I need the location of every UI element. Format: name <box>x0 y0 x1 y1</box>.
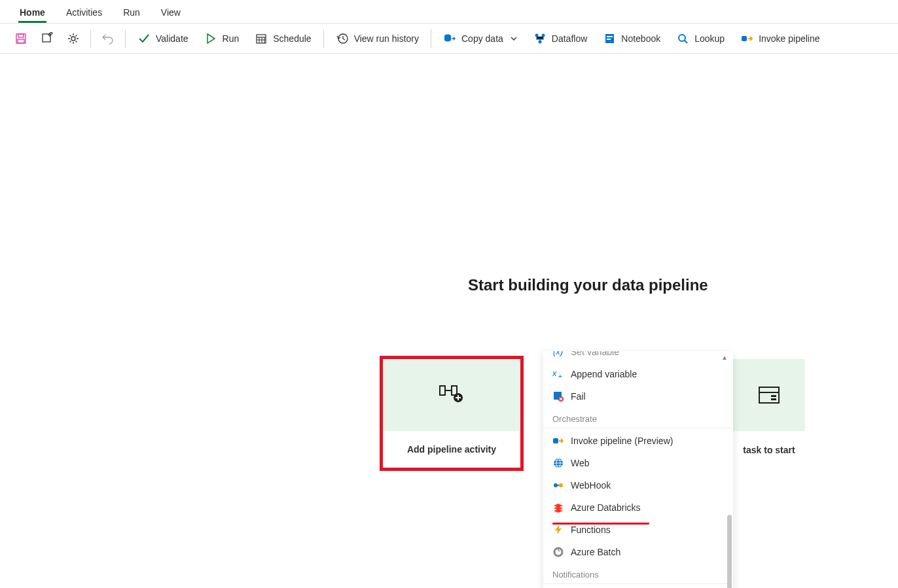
svg-rect-21 <box>742 36 747 41</box>
tab-activities[interactable]: Activities <box>56 2 113 23</box>
card-icon-area <box>383 359 520 431</box>
divider <box>90 29 91 48</box>
calendar-icon <box>255 32 268 45</box>
dropdown-item-azure-databricks[interactable]: Azure Databricks <box>543 496 733 519</box>
svg-point-19 <box>679 35 685 41</box>
task-start-card[interactable]: task to start <box>733 359 805 469</box>
invoke-pipeline-button[interactable]: Invoke pipeline <box>734 28 826 49</box>
search-icon <box>676 32 689 45</box>
task-start-label: task to start <box>733 431 805 469</box>
history-icon <box>336 32 349 45</box>
save-button[interactable] <box>9 28 33 49</box>
lookup-button[interactable]: Lookup <box>670 28 731 49</box>
svg-rect-17 <box>607 36 613 37</box>
invoke-icon <box>552 435 564 447</box>
item-label: Invoke pipeline (Preview) <box>571 436 673 446</box>
dataflow-button[interactable]: Dataflow <box>527 28 594 49</box>
divider <box>323 29 324 48</box>
dataflow-label: Dataflow <box>552 33 587 44</box>
tab-view[interactable]: View <box>151 2 191 23</box>
svg-point-15 <box>538 40 541 43</box>
template-icon <box>758 386 780 404</box>
gear-icon <box>67 32 80 45</box>
item-label: WebHook <box>571 480 611 491</box>
svg-text:(x): (x) <box>553 351 563 356</box>
svg-text:x: x <box>552 368 557 378</box>
svg-point-4 <box>71 37 75 41</box>
tab-run[interactable]: Run <box>113 2 151 23</box>
save-as-button[interactable] <box>35 28 59 49</box>
invoke-icon <box>740 32 753 45</box>
save-icon <box>14 32 27 45</box>
dataflow-icon <box>533 32 547 45</box>
svg-point-46 <box>559 483 563 487</box>
schedule-label: Schedule <box>273 33 311 44</box>
databricks-icon <box>552 502 564 513</box>
dropdown-item-webhook[interactable]: WebHook <box>543 474 733 496</box>
tabs-bar: Home Activities Run View <box>0 0 898 24</box>
toolbar: Validate Run Schedule View run history C… <box>0 24 898 54</box>
add-activity-icon <box>439 383 465 407</box>
svg-point-14 <box>541 33 545 37</box>
svg-rect-30 <box>771 395 776 397</box>
save-edit-icon <box>41 32 54 45</box>
dropdown-item-set-variable[interactable]: (x) Set variable <box>543 351 733 363</box>
schedule-button[interactable]: Schedule <box>248 28 317 49</box>
batch-icon <box>552 546 564 558</box>
svg-rect-2 <box>18 39 24 43</box>
dropdown-item-invoke-pipeline[interactable]: Invoke pipeline (Preview) <box>543 430 733 452</box>
validate-label: Validate <box>156 33 189 44</box>
variable-icon: (x) <box>552 351 564 358</box>
append-variable-icon: x+ <box>552 368 564 380</box>
divider <box>431 29 431 48</box>
card-icon-area <box>733 359 805 431</box>
webhook-icon <box>552 479 564 491</box>
item-label: Azure Batch <box>571 547 620 557</box>
dropdown-scroll-area[interactable]: (x) Set variable x+ Append variable Fail… <box>543 351 733 588</box>
invoke-label: Invoke pipeline <box>759 33 819 44</box>
lookup-label: Lookup <box>694 33 725 44</box>
dropdown-item-fail[interactable]: Fail <box>543 385 733 407</box>
svg-rect-1 <box>18 34 24 37</box>
run-label: Run <box>223 33 240 44</box>
settings-button[interactable] <box>62 28 85 49</box>
divider <box>125 29 126 48</box>
chevron-down-icon <box>510 35 518 43</box>
add-pipeline-activity-card[interactable]: Add pipeline activity <box>380 356 524 471</box>
dropdown-item-web[interactable]: Web <box>543 452 733 474</box>
notebook-button[interactable]: Notebook <box>596 28 667 49</box>
item-label: Functions <box>571 525 611 535</box>
scrollbar-thumb[interactable] <box>727 515 732 588</box>
web-icon <box>552 457 564 469</box>
view-history-button[interactable]: View run history <box>329 28 425 49</box>
copy-data-label: Copy data <box>461 33 503 44</box>
tab-home[interactable]: Home <box>9 2 56 23</box>
dropdown-item-office365[interactable]: O Office 365 Outlook (Preview) <box>543 585 733 588</box>
copy-data-button[interactable]: Copy data <box>437 28 524 49</box>
validate-button[interactable]: Validate <box>131 28 195 49</box>
copy-data-icon <box>443 32 456 45</box>
add-activity-label: Add pipeline activity <box>383 431 520 468</box>
dropdown-item-azure-batch[interactable]: Azure Batch <box>543 541 733 563</box>
svg-point-45 <box>554 483 558 487</box>
run-button[interactable]: Run <box>198 28 246 49</box>
play-icon <box>204 32 217 45</box>
item-label: Append variable <box>571 369 637 379</box>
notebook-icon <box>603 32 616 45</box>
functions-icon <box>552 524 564 536</box>
dropdown-item-append-variable[interactable]: x+ Append variable <box>543 363 733 385</box>
notebook-label: Notebook <box>621 33 660 44</box>
fail-icon <box>552 390 564 402</box>
svg-text:+: + <box>558 373 562 380</box>
svg-rect-18 <box>607 39 611 40</box>
pipeline-canvas[interactable]: Start building your data pipeline Add pi… <box>0 54 898 588</box>
page-title: Start building your data pipeline <box>468 276 708 294</box>
undo-button[interactable] <box>96 28 120 49</box>
svg-rect-39 <box>553 438 558 443</box>
highlight-underline <box>552 523 649 525</box>
activity-dropdown: ▲ (x) Set variable x+ Append variable Fa… <box>543 351 733 588</box>
svg-point-13 <box>535 33 538 37</box>
item-label: Fail <box>571 391 586 402</box>
view-history-label: View run history <box>354 33 419 44</box>
item-label: Web <box>571 458 590 468</box>
